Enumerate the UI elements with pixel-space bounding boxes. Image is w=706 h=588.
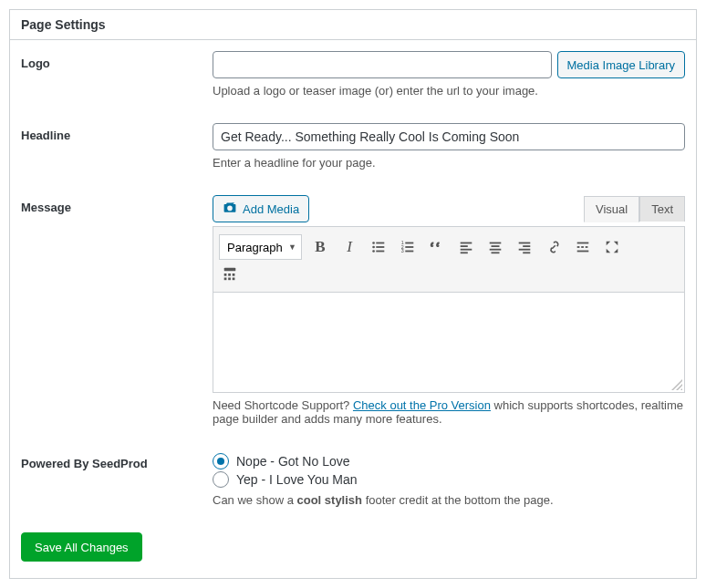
svg-rect-7 <box>405 242 413 244</box>
svg-rect-21 <box>523 245 530 247</box>
svg-point-0 <box>372 242 375 244</box>
svg-rect-5 <box>376 251 384 253</box>
panel-header: Page Settings <box>10 10 696 40</box>
radio-nope[interactable]: Nope - Got No Love <box>213 453 685 469</box>
submit-row: Save All Changes <box>21 532 685 562</box>
add-media-button[interactable]: Add Media <box>213 195 309 222</box>
pro-version-link[interactable]: Check out the Pro Version <box>353 398 491 412</box>
resize-grip-icon[interactable] <box>671 379 682 390</box>
radio-nope-label: Nope - Got No Love <box>236 454 350 469</box>
svg-rect-13 <box>461 245 468 247</box>
fullscreen-icon[interactable] <box>601 236 623 258</box>
svg-rect-16 <box>490 242 502 244</box>
svg-rect-1 <box>376 242 384 244</box>
ol-icon[interactable]: 123 <box>397 236 419 258</box>
tab-visual[interactable]: Visual <box>584 196 639 222</box>
radio-yep-label: Yep - I Love You Man <box>236 472 358 487</box>
svg-rect-15 <box>461 252 468 253</box>
svg-rect-19 <box>492 252 500 253</box>
svg-rect-27 <box>581 246 584 248</box>
svg-point-2 <box>372 246 375 249</box>
label-powered-by: Powered By SeedProd <box>21 451 213 470</box>
svg-rect-14 <box>461 249 472 251</box>
svg-rect-29 <box>224 268 236 272</box>
svg-rect-26 <box>577 246 580 248</box>
svg-rect-35 <box>233 278 235 281</box>
svg-rect-32 <box>233 273 235 276</box>
page-settings-panel: Page Settings Logo Media Image Library U… <box>9 9 697 579</box>
svg-rect-25 <box>577 251 589 253</box>
logo-input[interactable] <box>213 51 552 78</box>
editor-toolbar: Paragraph B I 123 <box>213 226 685 293</box>
save-button[interactable]: Save All Changes <box>21 532 142 562</box>
panel-body: Logo Media Image Library Upload a logo o… <box>10 40 696 578</box>
italic-icon[interactable]: I <box>338 236 360 258</box>
svg-rect-9 <box>405 246 413 248</box>
headline-input[interactable] <box>213 123 685 150</box>
label-headline: Headline <box>21 123 213 142</box>
logo-desc: Upload a logo or teaser image (or) enter… <box>213 84 685 98</box>
camera-icon <box>223 201 237 218</box>
read-more-icon[interactable] <box>572 236 594 258</box>
blockquote-icon[interactable] <box>426 236 448 258</box>
row-headline: Headline Enter a headline for your page. <box>21 123 685 170</box>
svg-rect-12 <box>461 242 472 244</box>
svg-rect-30 <box>224 273 227 276</box>
radio-yep[interactable]: Yep - I Love You Man <box>213 471 685 488</box>
media-library-button-label: Media Image Library <box>567 58 676 72</box>
svg-text:3: 3 <box>401 248 404 253</box>
svg-rect-22 <box>519 249 531 251</box>
powered-desc: Can we show a cool stylish footer credit… <box>213 493 685 507</box>
media-library-button[interactable]: Media Image Library <box>557 51 686 78</box>
align-left-icon[interactable] <box>455 236 477 258</box>
svg-rect-24 <box>577 242 589 244</box>
label-logo: Logo <box>21 51 213 70</box>
headline-desc: Enter a headline for your page. <box>213 156 685 170</box>
svg-rect-33 <box>224 278 227 281</box>
radio-nope-input[interactable] <box>213 453 229 469</box>
svg-rect-3 <box>376 246 384 248</box>
link-icon[interactable] <box>543 236 565 258</box>
row-logo: Logo Media Image Library Upload a logo o… <box>21 51 685 98</box>
add-media-label: Add Media <box>243 202 299 216</box>
svg-rect-23 <box>523 252 530 253</box>
svg-rect-18 <box>490 249 502 251</box>
svg-rect-20 <box>519 242 531 244</box>
label-message: Message <box>21 195 213 214</box>
row-powered-by: Powered By SeedProd Nope - Got No Love Y… <box>21 451 685 507</box>
row-message: Message Add Media Visual Text <box>21 195 685 426</box>
align-center-icon[interactable] <box>484 236 506 258</box>
svg-point-4 <box>372 250 375 253</box>
bold-icon[interactable]: B <box>309 236 331 258</box>
message-desc: Need Shortcode Support? Check out the Pr… <box>213 398 685 426</box>
panel-title: Page Settings <box>21 17 685 32</box>
format-select[interactable]: Paragraph <box>219 234 302 260</box>
svg-rect-17 <box>492 245 500 247</box>
tab-text[interactable]: Text <box>639 196 685 222</box>
radio-yep-input[interactable] <box>213 471 229 488</box>
toolbar-toggle-icon[interactable] <box>219 263 241 284</box>
svg-rect-11 <box>405 251 413 253</box>
ul-icon[interactable] <box>368 236 389 258</box>
message-editor[interactable] <box>213 293 685 393</box>
editor-tabs: Visual Text <box>584 196 685 222</box>
align-right-icon[interactable] <box>514 236 535 258</box>
svg-rect-34 <box>228 278 231 281</box>
svg-rect-31 <box>228 273 231 276</box>
svg-rect-28 <box>586 246 588 248</box>
